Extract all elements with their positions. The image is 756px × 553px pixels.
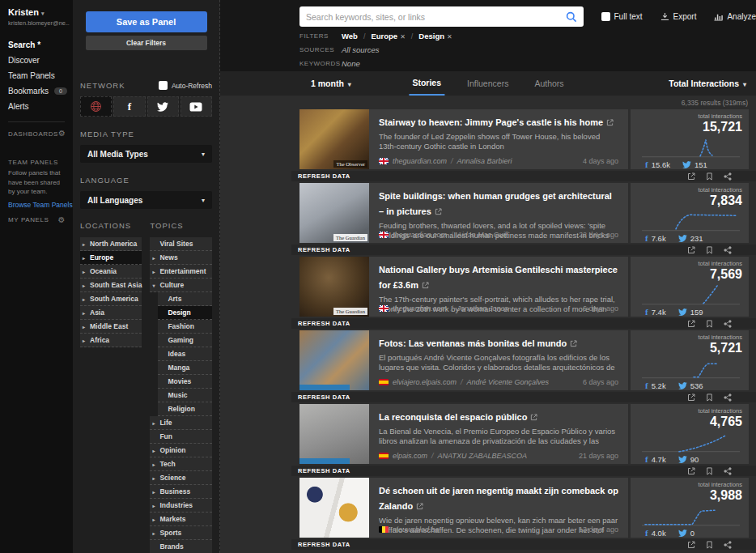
refresh-data-bar[interactable]: REFRESH DATA (291, 466, 756, 476)
network-facebook-toggle[interactable]: f (113, 96, 145, 117)
filter-tree-item[interactable]: Religion (158, 402, 212, 416)
story-source[interactable]: theguardian.com (393, 157, 447, 165)
sort-dropdown[interactable]: Total Interactions▾ (669, 79, 746, 88)
filter-tree-item[interactable]: Fashion (158, 320, 212, 334)
filter-tree-item[interactable]: ▸ Oceania (80, 265, 142, 279)
search-icon[interactable] (566, 11, 577, 23)
sidebar-nav-item[interactable]: Alerts (8, 99, 73, 114)
bookmark-icon[interactable] (706, 393, 713, 402)
filter-tree-item[interactable]: Music (158, 389, 212, 402)
sidebar-panel-item[interactable] (8, 249, 73, 255)
sidebar-nav-item[interactable]: Search * (8, 37, 73, 53)
share-icon[interactable] (724, 467, 732, 475)
sidebar-panel-item[interactable] (8, 261, 73, 266)
full-text-checkbox[interactable]: Full text (601, 12, 643, 21)
external-link-icon[interactable] (422, 282, 429, 289)
filter-tree-item[interactable]: Design (158, 306, 212, 320)
story-title[interactable]: Spite buildings: when human grudges get … (379, 191, 612, 216)
filter-tree-item[interactable]: ▸ Middle East (80, 320, 142, 334)
filter-tree-item[interactable]: ▸ Tech (150, 457, 212, 471)
keywords-value[interactable]: None (342, 59, 360, 68)
filter-tree-item[interactable]: Brands (150, 540, 212, 553)
filter-tree-item[interactable]: ▾ Culture (150, 279, 212, 292)
export-button[interactable]: Export (660, 12, 697, 21)
tab-stories[interactable]: Stories (409, 71, 444, 96)
bookmark-icon[interactable] (706, 541, 713, 549)
external-link-icon[interactable] (570, 340, 577, 347)
open-external-icon[interactable] (687, 393, 695, 402)
story-author[interactable]: André Vicente Gonçalves (467, 378, 549, 386)
tab-authors[interactable]: Authors (531, 71, 567, 96)
time-range-dropdown[interactable]: 1 month▾ (311, 79, 351, 88)
filter-tree-item[interactable]: ▸ Industries (150, 499, 212, 513)
filter-tree-item[interactable]: Manga (158, 361, 212, 375)
sidebar-nav-item[interactable]: Bookmarks 0 (8, 83, 73, 99)
story-source[interactable]: elpais.com (393, 452, 427, 460)
open-external-icon[interactable] (687, 320, 695, 328)
filter-tree-item[interactable]: Fun (150, 430, 212, 444)
sidebar-panel-item[interactable] (8, 238, 73, 244)
refresh-data-bar[interactable]: REFRESH DATA (291, 245, 756, 255)
refresh-data-bar[interactable]: REFRESH DATA (291, 318, 756, 329)
network-youtube-toggle[interactable] (181, 96, 212, 117)
open-external-icon[interactable] (687, 541, 695, 549)
search-input[interactable] (306, 12, 566, 22)
filter-tree-item[interactable]: ▸ News (150, 251, 212, 265)
user-menu[interactable]: Kristen▾ (8, 7, 73, 17)
external-link-icon[interactable] (435, 208, 442, 215)
external-link-icon[interactable] (530, 414, 537, 421)
remove-filter-icon[interactable]: ✕ (400, 33, 406, 40)
share-icon[interactable] (724, 393, 732, 402)
filter-tree-item[interactable]: ▸ South East Asia (80, 279, 142, 292)
share-icon[interactable] (724, 246, 732, 254)
sources-value[interactable]: All sources (342, 45, 379, 54)
sidebar-panel-item[interactable] (8, 255, 73, 261)
remove-filter-icon[interactable]: ✕ (447, 33, 452, 40)
filter-tree-item[interactable]: ▸ Markets (150, 513, 212, 526)
story-title[interactable]: Stairway to heaven: Jimmy Page's castle … (379, 117, 603, 127)
gear-icon[interactable]: ⚙ (57, 216, 66, 224)
filter-tree-item[interactable]: Arts (158, 292, 212, 306)
share-icon[interactable] (724, 541, 732, 549)
story-title[interactable]: Fotos: Las ventanas más bonitas del mund… (379, 338, 567, 348)
bookmark-icon[interactable] (706, 320, 713, 328)
checkbox-icon[interactable] (159, 81, 168, 90)
story-author[interactable]: Jonathan Jones (457, 304, 509, 313)
story-thumbnail[interactable]: The Guardian (299, 257, 369, 317)
auto-refresh-checkbox[interactable]: Auto-Refresh (159, 81, 212, 90)
refresh-data-bar[interactable]: REFRESH DATA (291, 171, 756, 181)
story-title[interactable]: La reconquista del espacio público (379, 412, 527, 422)
story-thumbnail[interactable] (299, 404, 369, 464)
sidebar-nav-item[interactable]: Discover (8, 53, 73, 68)
story-author[interactable]: ANATXU ZABALBEASCOA (438, 452, 527, 460)
sidebar-panel-item[interactable] (8, 227, 73, 232)
network-web-toggle[interactable] (80, 96, 112, 117)
refresh-data-bar[interactable]: REFRESH DATA (291, 539, 756, 550)
media-type-dropdown[interactable]: All Media Types ▾ (80, 145, 212, 163)
filter-chip-design[interactable]: Design✕ (418, 32, 452, 40)
story-thumbnail[interactable] (299, 330, 369, 390)
filter-tree-item[interactable]: ▸ Africa (80, 334, 142, 347)
story-source[interactable]: theguardian.com (393, 304, 447, 313)
share-icon[interactable] (724, 172, 732, 181)
filter-tree-item[interactable]: ▸ Sports (150, 526, 212, 540)
story-thumbnail[interactable]: The Observer (299, 109, 369, 169)
filter-tree-item[interactable]: ▸ Science (150, 471, 212, 485)
clear-filters-button[interactable]: Clear Filters (86, 36, 207, 50)
filter-tree-item[interactable]: ▸ Europe (80, 251, 142, 265)
filter-tree-item[interactable]: ▸ Business (150, 485, 212, 499)
external-link-icon[interactable] (416, 503, 423, 510)
bookmark-icon[interactable] (706, 246, 713, 254)
filter-tree-item[interactable]: Gaming (158, 334, 212, 347)
network-twitter-toggle[interactable] (147, 96, 179, 117)
story-author[interactable]: Aidan Mac Guill (457, 231, 508, 239)
filter-chip-web[interactable]: Web (342, 32, 358, 40)
open-external-icon[interactable] (687, 246, 695, 254)
bookmark-icon[interactable] (706, 172, 713, 181)
share-icon[interactable] (724, 320, 732, 328)
checkbox-icon[interactable] (601, 12, 610, 21)
filter-tree-item[interactable]: Ideas (158, 347, 212, 361)
sidebar-panel-item[interactable] (8, 146, 73, 151)
browse-team-panels-link[interactable]: Browse Team Panels (8, 201, 73, 209)
story-title[interactable]: Dé schoen uit de jaren negentig maakt zi… (379, 486, 618, 511)
